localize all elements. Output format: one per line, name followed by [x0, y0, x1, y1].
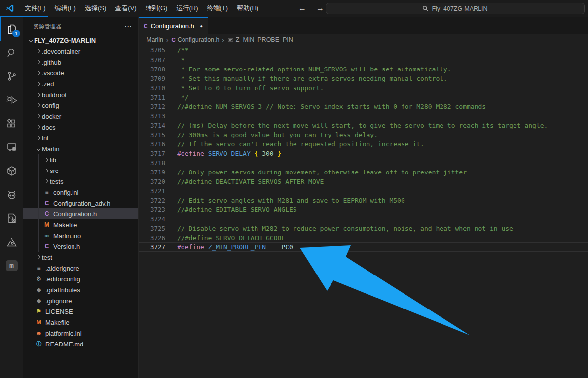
tree-item-configuration-h[interactable]: CConfiguration.h — [23, 208, 138, 219]
code-line-3725[interactable]: 3725// Disable servo with M282 to reduce… — [139, 224, 588, 233]
tree-item--gitignore[interactable]: ◆.gitignore — [23, 295, 138, 306]
code-line-3723[interactable]: 3723//#define EDITABLE_SERVO_ANGLES — [139, 205, 588, 214]
tree-item-label: .github — [42, 59, 61, 66]
tree-item--zed[interactable]: .zed — [23, 78, 138, 89]
menu-item-6[interactable]: 终端(T) — [202, 0, 232, 17]
code-line-3707[interactable]: 3707 * — [139, 55, 588, 65]
code-text: * Set to 0 to turn off servo support. — [165, 84, 324, 92]
activity-source-control-icon[interactable] — [0, 65, 23, 88]
code-line-3709[interactable]: 3709 * Set this manually if there are ex… — [139, 74, 588, 83]
code-line-3724[interactable]: 3724 — [139, 214, 588, 224]
code-line-3710[interactable]: 3710 * Set to 0 to turn off servo suppor… — [139, 83, 588, 93]
tree-item--editorconfig[interactable]: ⚙.editorconfig — [23, 274, 138, 284]
c-file-icon: C — [144, 23, 148, 30]
activity-explorer-icon[interactable]: 1 — [0, 17, 23, 41]
activity-code-settings-icon[interactable] — [0, 206, 23, 230]
activity-extensions-icon[interactable] — [0, 112, 23, 136]
chevron-right-icon — [35, 137, 42, 139]
nav-forward-button[interactable]: → — [316, 4, 324, 13]
menu-item-1[interactable]: 编辑(E) — [50, 0, 80, 17]
more-actions-icon[interactable]: ⋯ — [124, 22, 132, 31]
tree-item--aiderignore[interactable]: ≡.aiderignore — [23, 263, 138, 274]
activity-container-icon[interactable] — [0, 159, 23, 183]
code-line-3719[interactable]: 3719// Only power servos during movement… — [139, 168, 588, 177]
code-line-3726[interactable]: 3726//#define SERVO_DETACH_GCODE — [139, 233, 588, 242]
breadcrumb-item-0[interactable]: Marlin — [147, 36, 163, 43]
code-line-3718[interactable]: 3718 — [139, 158, 588, 168]
code-text: //#define NUM_SERVOS 3 // Note: Servo in… — [165, 103, 486, 110]
activity-remote-explorer-icon[interactable] — [0, 136, 23, 159]
menu-item-5[interactable]: 运行(R) — [172, 0, 202, 17]
tree-item-src[interactable]: src — [23, 165, 138, 176]
modified-dot-icon: ● — [200, 24, 203, 29]
chevron-down-icon — [35, 147, 42, 150]
m-file-icon: M — [43, 221, 51, 228]
tree-item-marlin-ino[interactable]: ∞Marlin.ino — [23, 230, 138, 241]
tree-item-makefile[interactable]: MMakefile — [23, 219, 138, 230]
tree-item-readme-md[interactable]: ⓘREADME.md — [23, 339, 138, 349]
accent-line — [0, 16, 48, 17]
code-line-3713[interactable]: 3713 — [139, 111, 588, 121]
line-number: 3726 — [139, 234, 165, 241]
activity-run-debug-icon[interactable] — [0, 88, 23, 112]
activity-platformio-icon[interactable] — [0, 183, 23, 206]
tree-item-platformio-ini[interactable]: ☻platformio.ini — [23, 328, 138, 339]
code-line-3722[interactable]: 3722// Edit servo angles with M281 and s… — [139, 196, 588, 205]
activity-search-icon[interactable] — [0, 41, 23, 65]
code-text: // Edit servo angles with M281 and save … — [165, 197, 405, 204]
menu-item-3[interactable]: 查看(V) — [110, 0, 141, 17]
tree-item-label: ini — [42, 135, 48, 142]
chevron-right-icon — [35, 126, 42, 129]
tree-item-fly-407zg-marlin[interactable]: FLY_407ZG-MARLIN — [23, 35, 138, 46]
menu-item-0[interactable]: 文件(F) — [20, 0, 50, 17]
tree-item-config[interactable]: config — [23, 100, 138, 111]
code-line-3727[interactable]: 3727#define Z_MIN_PROBE_PIN PC0 — [139, 242, 588, 252]
tree-item-docker[interactable]: docker — [23, 111, 138, 122]
tree-item-makefile[interactable]: MMakefile — [23, 317, 138, 328]
tree-item--vscode[interactable]: .vscode — [23, 68, 138, 78]
tree-item-test[interactable]: test — [23, 252, 138, 263]
command-center-search[interactable]: Fly_407ZG-MARLIN — [326, 3, 585, 14]
menu-item-2[interactable]: 选择(S) — [80, 0, 110, 17]
tree-item-buildroot[interactable]: buildroot — [23, 89, 138, 100]
menu-item-4[interactable]: 转到(G) — [141, 0, 172, 17]
tree-item-lib[interactable]: lib — [23, 154, 138, 165]
tree-item-configuration-adv-h[interactable]: CConfiguration_adv.h — [23, 198, 138, 208]
nav-back-button[interactable]: ← — [298, 4, 306, 13]
code-line-3720[interactable]: 3720//#define DEACTIVATE_SERVOS_AFTER_MO… — [139, 177, 588, 186]
tree-item--gitattributes[interactable]: ◆.gitattributes — [23, 284, 138, 295]
git-file-icon: ◆ — [35, 297, 43, 304]
activity-bar: 1m — [0, 17, 23, 378]
code-line-3712[interactable]: 3712//#define NUM_SERVOS 3 // Note: Serv… — [139, 102, 588, 111]
c-file-icon: C — [43, 200, 51, 206]
breadcrumb-separator: › — [222, 36, 224, 44]
tree-item-config-ini[interactable]: ≡config.ini — [23, 187, 138, 198]
tree-item--devcontainer[interactable]: .devcontainer — [23, 46, 138, 57]
tree-item-license[interactable]: ⚑LICENSE — [23, 306, 138, 317]
code-line-3711[interactable]: 3711 */ — [139, 93, 588, 102]
tree-item-ini[interactable]: ini — [23, 133, 138, 143]
activity-lint-triangle-icon[interactable] — [0, 230, 23, 254]
code-line-3715[interactable]: 3715// 300ms is a good value but you can… — [139, 130, 588, 139]
breadcrumb-item-1[interactable]: CConfiguration.h — [171, 36, 219, 43]
activity-m-logo-icon[interactable]: m — [0, 254, 23, 277]
sticky-code-line[interactable]: 3705/** — [139, 45, 588, 55]
code-line-3714[interactable]: 3714// (ms) Delay before the next move w… — [139, 121, 588, 130]
menu-item-7[interactable]: 帮助(H) — [232, 0, 263, 17]
tree-item-tests[interactable]: tests — [23, 176, 138, 187]
tree-item-label: LICENSE — [45, 308, 73, 315]
code-text: /** — [165, 46, 188, 54]
tree-item--github[interactable]: .github — [23, 57, 138, 68]
code-line-3717[interactable]: 3717#define SERVO_DELAY { 300 } — [139, 149, 588, 158]
code-line-3716[interactable]: 3716// If the servo can't reach the requ… — [139, 139, 588, 149]
tree-item-label: Marlin.ino — [53, 232, 81, 240]
tree-item-version-h[interactable]: CVersion.h — [23, 241, 138, 252]
tab-configuration-h[interactable]: C Configuration.h ● — [139, 17, 208, 34]
code-line-3721[interactable]: 3721 — [139, 186, 588, 196]
breadcrumb-item-2[interactable]: Z_MIN_PROBE_PIN — [227, 36, 293, 43]
code-line-3708[interactable]: 3708 * For some servo-related options NU… — [139, 65, 588, 74]
code-text: // Only power servos during movement, ot… — [165, 169, 467, 176]
tree-item-marlin[interactable]: Marlin — [23, 143, 138, 154]
tree-item-docs[interactable]: docs — [23, 122, 138, 133]
code-area[interactable]: 3705/**3707 *3708 * For some servo-relat… — [139, 45, 588, 378]
